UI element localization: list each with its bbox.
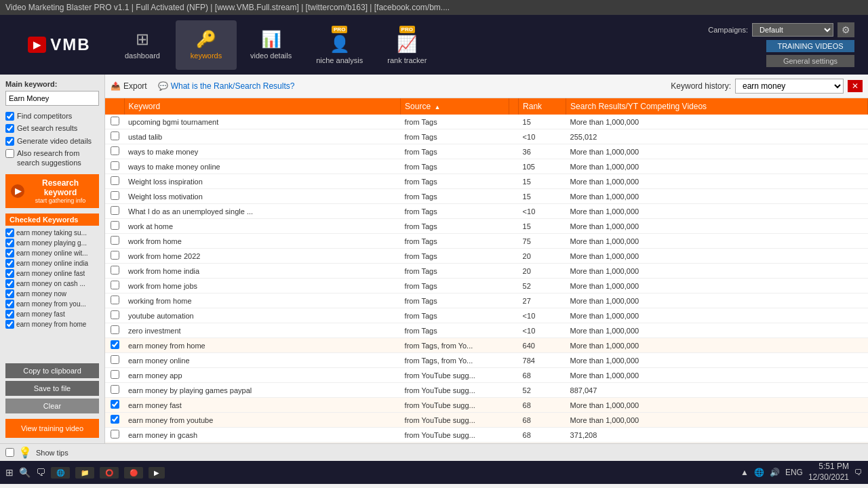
- row-checkbox-20[interactable]: [111, 415, 119, 424]
- taskbar-notification-icon[interactable]: 🗨: [854, 468, 863, 477]
- col-rank[interactable]: Rank: [519, 98, 566, 115]
- row-source: from Tags, from Yo...: [401, 338, 509, 353]
- row-checkbox-0[interactable]: [111, 117, 119, 125]
- row-checkbox-10[interactable]: [111, 266, 119, 274]
- windows-icon[interactable]: ⊞: [5, 467, 14, 478]
- nav-dashboard[interactable]: ⊞ dashboard: [112, 20, 173, 70]
- research-keyword-button[interactable]: ▶ Research keyword start gathering info: [5, 174, 99, 208]
- row-checkbox-18[interactable]: [111, 385, 119, 394]
- keyword-history-select[interactable]: earn money: [735, 79, 844, 94]
- checked-keywords-header: Checked Keywords: [5, 214, 99, 226]
- row-checkbox-cell: [105, 204, 124, 219]
- checked-kw-text-0: earn money taking su...: [16, 229, 87, 237]
- row-checkbox-3[interactable]: [111, 161, 119, 170]
- general-settings-button[interactable]: General settings: [766, 55, 854, 67]
- row-keyword: earn money fast: [124, 398, 401, 413]
- save-to-file-button[interactable]: Save to file: [5, 381, 99, 396]
- row-source: from Tags: [401, 323, 509, 338]
- table-row: earn money from homefrom Tags, from Yo..…: [105, 338, 868, 353]
- checked-kw-checkbox-7[interactable]: [5, 300, 14, 308]
- row-checkbox-17[interactable]: [111, 370, 119, 379]
- checked-kw-checkbox-2[interactable]: [5, 249, 14, 258]
- row-keyword: ways to make money: [124, 144, 401, 159]
- row-checkbox-15[interactable]: [111, 340, 119, 349]
- nav-rank-tracker[interactable]: PRO 📈 rank tracker: [376, 20, 437, 70]
- row-sort-indicator: [509, 428, 519, 443]
- nav-niche-label: niche analysis: [316, 56, 363, 64]
- row-checkbox-cell: [105, 249, 124, 264]
- what-is-link[interactable]: 💬 What is the Rank/Search Results?: [158, 81, 295, 91]
- row-checkbox-21[interactable]: [111, 430, 119, 439]
- row-sort-indicator: [509, 368, 519, 383]
- col-results: Search Results/YT Competing Videos: [566, 98, 868, 115]
- nav-niche-analysis[interactable]: PRO 👤 niche analysis: [305, 20, 374, 70]
- copy-to-clipboard-button[interactable]: Copy to clipboard: [5, 363, 99, 378]
- checked-kw-checkbox-0[interactable]: [5, 228, 14, 237]
- sidebar-buttons: Copy to clipboard Save to file Clear: [5, 363, 99, 413]
- checked-kw-checkbox-1[interactable]: [5, 239, 14, 247]
- checked-kw-checkbox-6[interactable]: [5, 289, 14, 298]
- col-sort-indicator: [509, 98, 519, 115]
- results-table-container[interactable]: Keyword Source ▲ Rank Search Results/YT …: [105, 98, 868, 443]
- table-row: youtube automationfrom Tags<10More than …: [105, 308, 868, 323]
- row-checkbox-19[interactable]: [111, 400, 119, 409]
- nav-video-details-label: video details: [250, 52, 292, 60]
- row-checkbox-12[interactable]: [111, 296, 119, 304]
- campaigns-select[interactable]: Default: [752, 23, 833, 37]
- nav-keywords[interactable]: 🔑 keywords: [176, 20, 237, 70]
- taskbar-explorer-icon[interactable]: 📁: [75, 467, 94, 479]
- training-videos-button[interactable]: TRAINING VIDEOS: [766, 40, 854, 52]
- speech-bubble-icon: 💬: [158, 81, 168, 91]
- row-checkbox-14[interactable]: [111, 325, 119, 334]
- show-tips-checkbox[interactable]: [5, 448, 14, 457]
- export-button[interactable]: 📤 Export: [111, 81, 147, 91]
- taskbar-cortana-icon[interactable]: 🗨: [36, 467, 45, 478]
- nav-video-details[interactable]: 📊 video details: [239, 20, 302, 70]
- row-checkbox-5[interactable]: [111, 191, 119, 200]
- row-checkbox-2[interactable]: [111, 146, 119, 155]
- row-results: More than 1,000,000: [566, 264, 868, 279]
- keyword-history-clear-button[interactable]: ✕: [848, 80, 863, 92]
- row-checkbox-13[interactable]: [111, 310, 119, 319]
- sidebar: Main keyword: Find competitors Get searc…: [0, 75, 105, 443]
- also-research-checkbox[interactable]: [5, 149, 14, 158]
- row-rank: 27: [519, 293, 566, 308]
- row-checkbox-16[interactable]: [111, 355, 119, 364]
- table-row: earn money onlinefrom Tags, from Yo...78…: [105, 353, 868, 368]
- main-keyword-input[interactable]: [5, 91, 99, 106]
- taskbar-vmb-icon[interactable]: ▶: [149, 467, 165, 479]
- row-rank: 20: [519, 249, 566, 264]
- find-competitors-checkbox[interactable]: [5, 112, 14, 121]
- checked-kw-checkbox-8[interactable]: [5, 310, 14, 319]
- get-search-results-checkbox[interactable]: [5, 124, 14, 133]
- row-checkbox-6[interactable]: [111, 206, 119, 215]
- row-checkbox-7[interactable]: [111, 221, 119, 230]
- clear-button[interactable]: Clear: [5, 399, 99, 413]
- row-results: More than 1,000,000: [566, 308, 868, 323]
- row-checkbox-11[interactable]: [111, 281, 119, 289]
- checked-kw-checkbox-5[interactable]: [5, 279, 14, 288]
- row-sort-indicator: [509, 144, 519, 159]
- row-checkbox-9[interactable]: [111, 251, 119, 260]
- row-rank: 20: [519, 264, 566, 279]
- row-checkbox-8[interactable]: [111, 236, 119, 245]
- taskbar-antivirus-icon[interactable]: 🔴: [124, 467, 143, 479]
- row-checkbox-1[interactable]: [111, 131, 119, 140]
- taskbar-chrome-icon[interactable]: 🌐: [51, 467, 70, 479]
- table-row: Weight loss inspirationfrom Tags15More t…: [105, 174, 868, 189]
- gear-button[interactable]: ⚙: [837, 22, 854, 37]
- generate-video-details-checkbox[interactable]: [5, 137, 14, 146]
- view-training-video-button[interactable]: View training video: [5, 419, 99, 438]
- checked-kw-checkbox-9[interactable]: [5, 320, 14, 329]
- checked-kw-checkbox-4[interactable]: [5, 269, 14, 278]
- row-sort-indicator: [509, 204, 519, 219]
- row-checkbox-4[interactable]: [111, 176, 119, 185]
- checked-kw-checkbox-3[interactable]: [5, 259, 14, 268]
- search-taskbar-icon[interactable]: 🔍: [19, 467, 31, 478]
- row-source: from Tags: [401, 159, 509, 174]
- taskbar-opera-icon[interactable]: ⭕: [100, 467, 119, 479]
- campaigns-row: Campaigns: Default ⚙: [708, 22, 854, 37]
- show-tips-label: Show tips: [36, 449, 68, 457]
- col-keyword[interactable]: Keyword: [124, 98, 401, 115]
- col-source[interactable]: Source ▲: [401, 98, 509, 115]
